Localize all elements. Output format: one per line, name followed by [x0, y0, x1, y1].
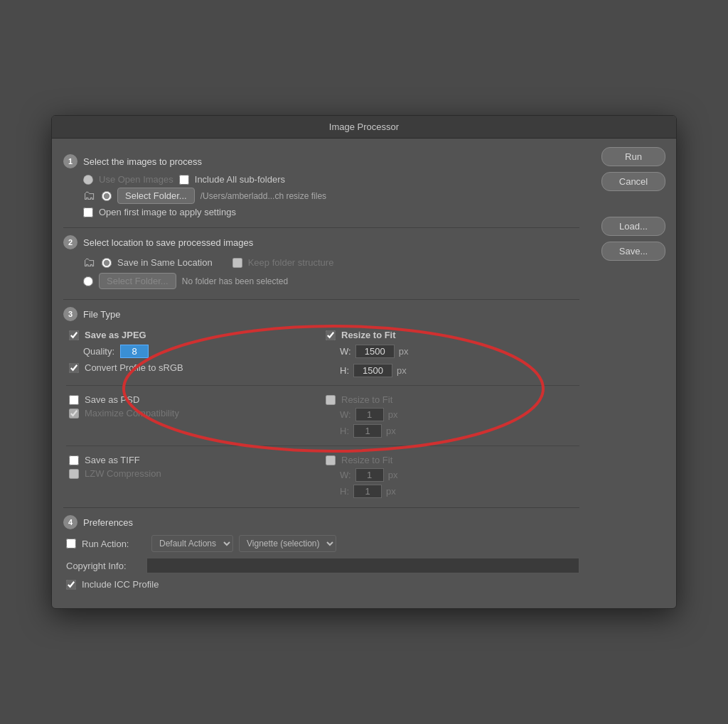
tiff-w-label: W: — [340, 470, 351, 480]
psd-right-col: Resize to Fit W: px H: px — [323, 391, 579, 440]
title-bar: Image Processor — [52, 116, 676, 139]
save-same-label: Save in Same Location — [117, 257, 213, 268]
select-folder-2-radio[interactable] — [83, 276, 93, 286]
jpeg-h-label: H: — [340, 365, 349, 376]
psd-resize-checkbox[interactable] — [326, 395, 336, 405]
section2-title: Select location to save processed images — [83, 237, 253, 248]
run-action-checkbox[interactable] — [66, 539, 76, 549]
maximize-compat-checkbox[interactable] — [69, 409, 79, 418]
main-panel: 1 Select the images to process Use Open … — [52, 139, 591, 608]
tiff-h-px: px — [386, 486, 396, 497]
jpeg-left-col: Save as JPEG Quality: Convert Profile to… — [66, 327, 323, 379]
jpeg-right-col: Resize to Fit W: px H: px — [323, 327, 579, 379]
save-same-radio[interactable] — [102, 258, 112, 268]
open-first-label: Open first image to apply settings — [99, 207, 236, 217]
section-2: 2 Select location to save processed imag… — [63, 228, 579, 300]
maximize-compat-label: Maximize Compatibility — [85, 408, 179, 418]
cancel-button[interactable]: Cancel — [601, 172, 665, 191]
folder-path: /Users/amberladd...ch resize files — [200, 191, 326, 201]
section-4: 4 Preferences Run Action: Default Action… — [63, 508, 579, 600]
psd-h-label: H: — [340, 426, 349, 436]
convert-profile-checkbox[interactable] — [69, 363, 79, 373]
section4-title: Preferences — [83, 517, 133, 528]
tiff-resize-label: Resize to Fit — [341, 455, 392, 465]
select-folder-button[interactable]: Select Folder... — [117, 188, 195, 204]
psd-w-px: px — [388, 409, 398, 420]
jpeg-w-label: W: — [340, 346, 351, 357]
save-psd-checkbox[interactable] — [69, 395, 79, 405]
run-action-label: Run Action: — [82, 539, 146, 549]
select-folder-2-button[interactable]: Select Folder... — [99, 273, 176, 289]
tiff-h-input[interactable] — [353, 485, 382, 498]
tiff-w-input[interactable] — [355, 468, 384, 482]
psd-resize-label: Resize to Fit — [341, 394, 392, 405]
dialog-title: Image Processor — [329, 121, 399, 132]
jpeg-w-px: px — [399, 346, 409, 357]
jpeg-h-px: px — [397, 365, 407, 376]
tiff-right-col: Resize to Fit W: px H: px — [323, 452, 579, 500]
step-badge-4: 4 — [63, 515, 77, 529]
keep-folder-label: Keep folder structure — [248, 257, 334, 268]
save-tiff-label: Save as TIFF — [85, 455, 140, 465]
jpeg-resize-label: Resize to Fit — [341, 330, 396, 340]
lzw-checkbox[interactable] — [69, 469, 79, 479]
section3-title: File Type — [83, 309, 121, 320]
select-folder-radio[interactable] — [102, 191, 112, 201]
keep-folder-checkbox[interactable] — [232, 258, 242, 268]
psd-h-input[interactable] — [353, 424, 382, 438]
tiff-w-px: px — [388, 470, 398, 480]
folder-icon: 🗂 — [83, 188, 96, 203]
no-folder-text: No folder has been selected — [182, 276, 288, 286]
psd-h-px: px — [386, 426, 396, 436]
section1-title: Select the images to process — [83, 156, 202, 167]
include-subfolders-label: Include All sub-folders — [195, 174, 285, 185]
include-subfolders-checkbox[interactable] — [179, 175, 189, 185]
copyright-label: Copyright Info: — [66, 561, 141, 571]
quality-input[interactable] — [120, 345, 149, 358]
action-dropdown[interactable]: Default Actions My Actions — [151, 535, 233, 552]
convert-profile-label: Convert Profile to sRGB — [85, 362, 183, 373]
load-button[interactable]: Load... — [601, 217, 665, 236]
psd-w-label: W: — [340, 409, 351, 420]
run-button[interactable]: Run — [601, 147, 665, 166]
side-panel: Run Cancel Load... Save... — [591, 139, 676, 608]
psd-w-input[interactable] — [355, 408, 384, 421]
quality-label: Quality: — [83, 346, 114, 357]
jpeg-resize-checkbox[interactable] — [326, 330, 336, 340]
save-button[interactable]: Save... — [601, 242, 665, 261]
psd-left-col: Save as PSD Maximize Compatibility — [66, 391, 323, 440]
save-psd-label: Save as PSD — [85, 394, 139, 405]
jpeg-h-input[interactable] — [353, 364, 392, 377]
save-folder-icon: 🗂 — [83, 255, 96, 270]
icc-profile-label: Include ICC Profile — [82, 579, 159, 590]
action2-dropdown[interactable]: Vignette (selection) Other — [239, 535, 336, 552]
jpeg-w-input[interactable] — [355, 345, 395, 358]
step-badge-3: 3 — [63, 307, 77, 321]
save-jpeg-checkbox[interactable] — [69, 330, 79, 340]
step-badge-2: 2 — [63, 235, 77, 249]
use-open-radio[interactable] — [83, 175, 93, 185]
image-processor-dialog: Image Processor 1 Select the images to p… — [51, 115, 677, 609]
section-3: 3 File Type Save as JPEG Quality: — [63, 300, 579, 508]
save-tiff-checkbox[interactable] — [69, 455, 79, 465]
open-first-checkbox[interactable] — [83, 207, 93, 217]
tiff-left-col: Save as TIFF LZW Compression — [66, 452, 323, 500]
tiff-resize-checkbox[interactable] — [326, 455, 336, 465]
step-badge-1: 1 — [63, 154, 77, 168]
tiff-h-label: H: — [340, 486, 349, 497]
copyright-input[interactable] — [146, 558, 579, 573]
lzw-label: LZW Compression — [85, 468, 161, 479]
section-1: 1 Select the images to process Use Open … — [63, 147, 579, 228]
icc-profile-checkbox[interactable] — [66, 580, 76, 590]
save-jpeg-label: Save as JPEG — [85, 330, 146, 340]
use-open-label: Use Open Images — [99, 174, 173, 185]
